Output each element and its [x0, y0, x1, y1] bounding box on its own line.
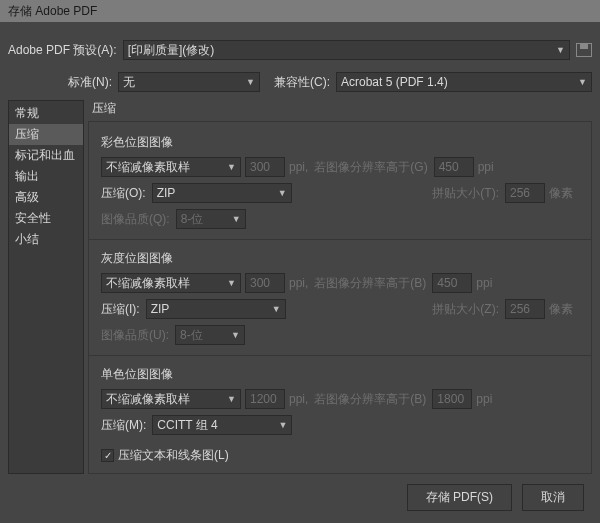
save-pdf-button[interactable]: 存储 PDF(S) [407, 484, 512, 511]
chevron-down-icon: ▼ [227, 394, 236, 404]
gray-quality-select[interactable]: 8-位 ▼ [175, 325, 245, 345]
content-area: Adobe PDF 预设(A): [印刷质量](修改) ▼ 标准(N): 无 ▼… [0, 22, 600, 523]
color-quality-label: 图像品质(Q): [101, 211, 170, 228]
mono-ppi2-input[interactable]: 1800 [432, 389, 472, 409]
sidebar-item-marks[interactable]: 标记和出血 [9, 145, 83, 166]
window-titlebar: 存储 Adobe PDF [0, 0, 600, 22]
gray-tile-input[interactable]: 256 [505, 299, 545, 319]
gray-ppi1-input[interactable]: 300 [245, 273, 285, 293]
chevron-down-icon: ▼ [232, 214, 241, 224]
preset-value: [印刷质量](修改) [128, 42, 215, 59]
color-quality-select[interactable]: 8-位 ▼ [176, 209, 246, 229]
color-tile-input[interactable]: 256 [505, 183, 545, 203]
sidebar-item-output[interactable]: 输出 [9, 166, 83, 187]
mono-downsample-select[interactable]: 不缩减像素取样 ▼ [101, 389, 241, 409]
chevron-down-icon: ▼ [227, 278, 236, 288]
gray-quality-label: 图像品质(U): [101, 327, 169, 344]
chevron-down-icon: ▼ [278, 420, 287, 430]
mono-ppi1-input[interactable]: 1200 [245, 389, 285, 409]
standard-select[interactable]: 无 ▼ [118, 72, 260, 92]
window-title: 存储 Adobe PDF [8, 4, 97, 18]
sidebar-item-general[interactable]: 常规 [9, 103, 83, 124]
chevron-down-icon: ▼ [272, 304, 281, 314]
compat-label: 兼容性(C): [274, 74, 330, 91]
footer: 存储 PDF(S) 取消 [8, 474, 592, 515]
chevron-down-icon: ▼ [556, 45, 565, 55]
divider [89, 355, 591, 356]
sidebar: 常规 压缩 标记和出血 输出 高级 安全性 小结 [8, 100, 84, 474]
panel-title: 压缩 [88, 100, 592, 117]
chevron-down-icon: ▼ [578, 77, 587, 87]
color-comp-select[interactable]: ZIP ▼ [152, 183, 292, 203]
sidebar-item-security[interactable]: 安全性 [9, 208, 83, 229]
color-comp-label: 压缩(O): [101, 185, 146, 202]
chevron-down-icon: ▼ [227, 162, 236, 172]
panel-body: 彩色位图图像 不缩减像素取样 ▼ 300 ppi, 若图像分辨率高于(G) 45… [88, 121, 592, 474]
standard-value: 无 [123, 74, 135, 91]
preset-label: Adobe PDF 预设(A): [8, 42, 117, 59]
compress-text-label: 压缩文本和线条图(L) [118, 447, 229, 464]
compat-value: Acrobat 5 (PDF 1.4) [341, 75, 448, 89]
color-ppi2-input[interactable]: 450 [434, 157, 474, 177]
color-ppi1-input[interactable]: 300 [245, 157, 285, 177]
mono-section-title: 单色位图图像 [101, 366, 579, 383]
mono-comp-select[interactable]: CCITT 组 4 ▼ [152, 415, 292, 435]
sidebar-item-advanced[interactable]: 高级 [9, 187, 83, 208]
color-downsample-select[interactable]: 不缩减像素取样 ▼ [101, 157, 241, 177]
standard-label: 标准(N): [68, 74, 112, 91]
preset-select[interactable]: [印刷质量](修改) ▼ [123, 40, 570, 60]
sidebar-item-summary[interactable]: 小结 [9, 229, 83, 250]
panel: 压缩 彩色位图图像 不缩减像素取样 ▼ 300 ppi, 若图像分辨率高于(G)… [88, 100, 592, 474]
gray-downsample-select[interactable]: 不缩减像素取样 ▼ [101, 273, 241, 293]
mono-comp-label: 压缩(M): [101, 417, 146, 434]
gray-tile-label: 拼贴大小(Z): [432, 301, 499, 318]
cancel-button[interactable]: 取消 [522, 484, 584, 511]
compress-text-checkbox[interactable]: ✓ [101, 449, 114, 462]
gray-comp-label: 压缩(I): [101, 301, 140, 318]
sidebar-item-compression[interactable]: 压缩 [9, 124, 83, 145]
color-section-title: 彩色位图图像 [101, 134, 579, 151]
chevron-down-icon: ▼ [231, 330, 240, 340]
color-tile-label: 拼贴大小(T): [432, 185, 499, 202]
gray-comp-select[interactable]: ZIP ▼ [146, 299, 286, 319]
gray-ppi2-input[interactable]: 450 [432, 273, 472, 293]
divider [89, 239, 591, 240]
chevron-down-icon: ▼ [246, 77, 255, 87]
compat-select[interactable]: Acrobat 5 (PDF 1.4) ▼ [336, 72, 592, 92]
chevron-down-icon: ▼ [278, 188, 287, 198]
save-preset-icon[interactable] [576, 43, 592, 57]
gray-section-title: 灰度位图图像 [101, 250, 579, 267]
